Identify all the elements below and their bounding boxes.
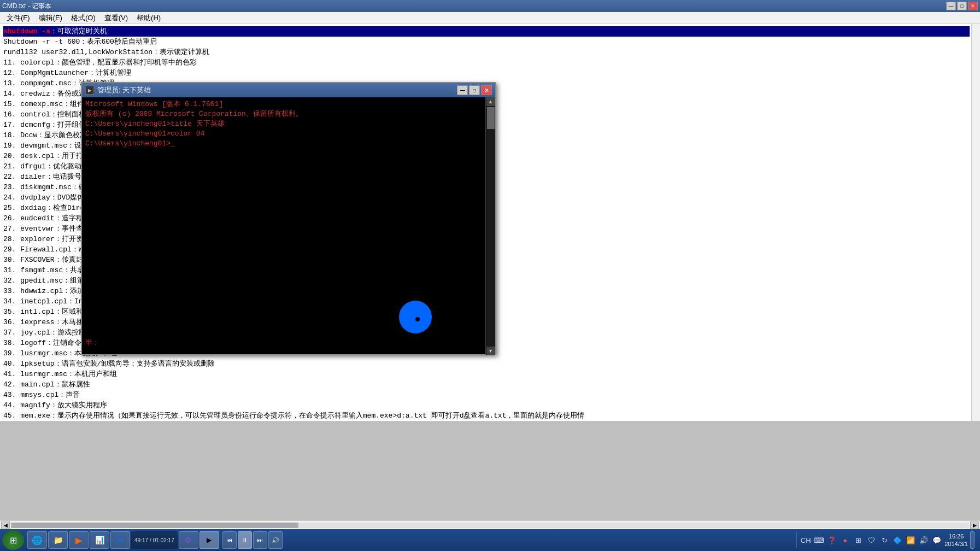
notepad-line: 41. lusrmgr.msc：本机用户和组 [3,369,970,379]
taskbar-clock: 16:26 2014/3/1 [944,532,968,548]
cursor-inner [415,317,420,321]
taskbar-media-player[interactable]: ▶ [69,531,89,549]
cmd-line: C:\Users\yincheng01>_ [85,139,480,149]
clock-date: 2014/3/1 [944,540,968,548]
volume-icon: 🔊 [272,537,279,544]
notepad-line: shutdown -a：可取消定时关机 [3,26,970,37]
media-time-sep: / [150,537,151,543]
tray-update: ↻ [879,535,890,546]
word-icon: W [115,535,126,546]
cursor-circle [399,301,432,333]
menu-edit[interactable]: 编辑(E) [34,12,67,24]
notepad-titlebar: CMD.txt - 记事本 — □ ✕ [0,0,980,12]
tray-bluetooth: 🔷 [892,535,903,546]
vs-icon: ⚙ [183,535,194,546]
cmd-close-button[interactable]: ✕ [481,85,492,95]
cmd-line: 版权所有 (c) 2009 Microsoft Corporation。保留所有… [85,109,480,119]
next-track-icon: ⏭ [257,537,263,543]
tray-input: ⌨ [813,535,824,546]
scroll-thumb[interactable] [487,107,495,129]
horizontal-scrollbar[interactable]: ◀ ▶ [0,520,980,529]
next-track-button[interactable]: ⏭ [253,531,267,549]
cmd-window-icon: ▶ [85,86,94,95]
cmd-title-text: 管理员: 天下英雄 [97,85,151,95]
taskbar: ⊞ 🌐 📁 ▶ 📊 W 49:17 / 01:02:17 ⚙ ▶ ⏮ ⏸ [0,529,980,551]
scroll-left-arrow[interactable]: ◀ [1,521,10,529]
media-time-total: 01:02:17 [153,537,174,543]
show-desktop-button[interactable] [970,531,975,549]
notepad-line: 45. mem.exe：显示内存使用情况（如果直接运行无效，可以先管理员身份运行… [3,411,970,421]
scroll-up-arrow[interactable]: ▲ [486,97,495,106]
menu-help[interactable]: 帮助(H) [132,12,165,24]
tray-separator [796,532,797,548]
start-icon: ⊞ [10,535,17,546]
horizontal-scroll-thumb[interactable] [11,523,298,528]
notepad-line: 43. mmsys.cpl：声音 [3,390,970,400]
cmd-titlebar: ▶ 管理员: 天下英雄 — □ ✕ [82,83,495,97]
minimize-button[interactable]: — [946,2,956,10]
tray-help: ❓ [826,535,837,546]
cmd-window: ▶ 管理员: 天下英雄 — □ ✕ Microsoft Windows [版本 … [81,82,496,355]
volume-button[interactable]: 🔊 [268,531,283,549]
tray-lang: CH [800,535,811,546]
ppt-icon: 📊 [94,535,105,546]
tray-volume2: 🔊 [918,535,929,546]
play-pause-button[interactable]: ⏸ [238,531,252,549]
notepad-line: 44. magnify：放大镜实用程序 [3,400,970,411]
media-controls-bar: 49:17 / 01:02:17 [131,531,178,549]
ie-icon: 🌐 [32,535,43,546]
notepad-scrollbar-right[interactable] [971,24,980,421]
cmd-taskbar-icon: ▶ [204,535,215,546]
close-button[interactable]: ✕ [968,2,978,10]
taskbar-explorer[interactable]: 📁 [48,531,68,549]
taskbar-tray: CH ⌨ ❓ ● ⊞ 🛡 ↻ 🔷 📶 🔊 💬 16:26 2014/3/1 [795,531,978,549]
cmd-line: Microsoft Windows [版本 6.1.7601] [85,99,480,109]
cmd-title-buttons: — □ ✕ [457,85,492,95]
notepad-line: 11. colorcpl：颜色管理，配置显示器和打印机等中的色彩 [3,57,970,68]
cmd-line: C:\Users\yincheng01>title 天下英雄 [85,119,480,129]
cmd-minimize-button[interactable]: — [457,85,468,95]
tray-network: 📶 [905,535,916,546]
tray-security: 🛡 [866,535,877,546]
tray-action-center: 💬 [931,535,942,546]
taskbar-word[interactable]: W [110,531,130,549]
notepad-line: 12. CompMgmtLauncher：计算机管理 [3,68,970,78]
notepad-title-text: CMD.txt - 记事本 [2,2,51,11]
notepad-title-buttons: — □ ✕ [946,2,978,10]
media-player-icon: ▶ [73,535,84,546]
menu-file[interactable]: 文件(F) [2,12,34,24]
notepad-line: 40. lpksetup：语言包安装/卸载向导；支持多语言的安装或删除 [3,359,970,369]
prev-track-icon: ⏮ [226,537,232,543]
cmd-line: C:\Users\yincheng01>color 04 [85,129,480,139]
menu-format[interactable]: 格式(O) [67,12,100,24]
notepad-line: 42. main.cpl：鼠标属性 [3,379,970,390]
start-button[interactable]: ⊞ [2,530,24,550]
cmd-scrollbar[interactable]: ▲ ▼ [485,97,495,355]
cmd-bottom-text: 半： [85,338,479,348]
notepad-line: rundll32 user32.dll,LockWorkStation：表示锁定… [3,47,970,57]
scroll-down-arrow[interactable]: ▼ [486,347,495,355]
scroll-right-arrow[interactable]: ▶ [970,521,979,529]
taskbar-cmd[interactable]: ▶ [199,531,219,549]
taskbar-powerpoint[interactable]: 📊 [90,531,109,549]
prev-track-button[interactable]: ⏮ [222,531,237,549]
tray-record: ● [840,535,850,546]
notepad-line: Shutdown -r -t 600：表示600秒后自动重启 [3,37,970,47]
notepad-menubar: 文件(F) 编辑(E) 格式(O) 查看(V) 帮助(H) [0,12,980,24]
horizontal-scroll-track [11,523,969,528]
menu-view[interactable]: 查看(V) [100,12,132,24]
explorer-icon: 📁 [52,535,63,546]
taskbar-ie[interactable]: 🌐 [27,531,47,549]
clock-time: 16:26 [944,532,968,540]
cmd-bottom-label: 半： [85,338,99,347]
media-time-current: 49:17 [134,537,148,543]
cmd-title-left: ▶ 管理员: 天下英雄 [85,85,151,95]
taskbar-visual-studio[interactable]: ⚙ [179,531,198,549]
maximize-button[interactable]: □ [957,2,967,10]
cmd-maximize-button[interactable]: □ [469,85,480,95]
pause-icon: ⏸ [242,537,248,543]
tray-settings: ⊞ [853,535,864,546]
